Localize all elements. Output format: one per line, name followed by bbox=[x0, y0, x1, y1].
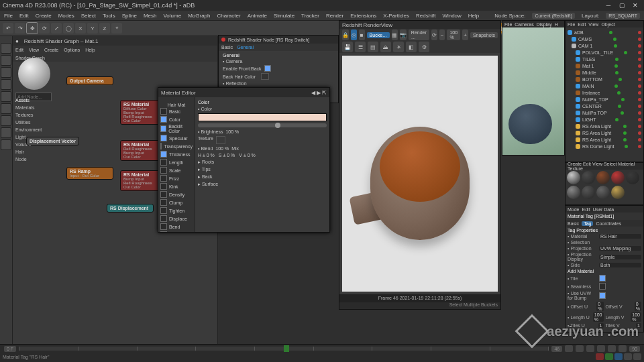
rv-ipr-icon[interactable]: ◎ bbox=[351, 29, 357, 40]
inspector-reflection-heading[interactable]: • Reflection bbox=[223, 81, 334, 86]
texture-slot[interactable] bbox=[216, 136, 225, 144]
maximize-icon[interactable]: ▢ bbox=[616, 1, 628, 9]
mat-channel-basic[interactable]: Basic bbox=[158, 107, 195, 115]
render-dot[interactable] bbox=[638, 138, 641, 141]
tl-next-icon[interactable] bbox=[597, 345, 605, 352]
render-dot[interactable] bbox=[638, 125, 641, 128]
vis-dot[interactable] bbox=[623, 138, 627, 141]
mat-channel-clump[interactable]: Clump bbox=[158, 198, 195, 206]
enable-frontback-checkbox[interactable] bbox=[264, 65, 271, 72]
menu-file[interactable]: File bbox=[4, 13, 13, 19]
vis-dot[interactable] bbox=[619, 78, 622, 81]
material-preview-sphere[interactable] bbox=[18, 58, 50, 90]
group-back[interactable]: ▸ Back bbox=[198, 174, 327, 180]
back-hair-color-swatch[interactable] bbox=[261, 73, 269, 80]
vis-dot[interactable] bbox=[615, 118, 619, 121]
obj-cam-1[interactable]: CAM 1 bbox=[568, 42, 641, 49]
attr-tab-coords[interactable]: Coordinates bbox=[596, 221, 621, 226]
om-object[interactable]: Object bbox=[601, 22, 614, 27]
obj-middle[interactable]: Middle bbox=[568, 69, 641, 76]
rv-histogram-icon[interactable]: ⛰ bbox=[380, 42, 391, 52]
checkbox-icon[interactable] bbox=[160, 116, 167, 123]
point-mode-icon[interactable] bbox=[1, 67, 11, 78]
menu-render[interactable]: Render bbox=[326, 13, 343, 19]
am-userdata[interactable]: User Data bbox=[593, 207, 614, 212]
checkbox-icon[interactable] bbox=[160, 125, 166, 132]
magnet-icon[interactable] bbox=[1, 139, 11, 150]
menu-tracker[interactable]: Tracker bbox=[301, 13, 319, 19]
menu-spline[interactable]: Spline bbox=[122, 13, 137, 19]
tl-end[interactable]: 90 bbox=[629, 346, 640, 352]
tl-play-icon[interactable] bbox=[586, 345, 594, 352]
tl-start[interactable]: 0 F bbox=[4, 346, 16, 352]
om-view[interactable]: View bbox=[588, 22, 598, 27]
sg-menu-help[interactable]: Help bbox=[85, 48, 95, 52]
vp-menu-file[interactable]: File bbox=[504, 22, 512, 27]
offu-v[interactable]: 0 % bbox=[596, 302, 603, 311]
render-dot[interactable] bbox=[638, 111, 641, 115]
material-ball-2[interactable] bbox=[596, 171, 610, 184]
redo-icon[interactable]: ↷ bbox=[15, 23, 25, 34]
menu-extensions[interactable]: Extensions bbox=[350, 13, 376, 19]
node-output-camera[interactable]: Output Camera bbox=[66, 76, 113, 85]
vis-dot[interactable] bbox=[615, 58, 619, 61]
group-roots[interactable]: ▸ Roots bbox=[198, 160, 327, 165]
obj-bottom[interactable]: BOTTOM bbox=[568, 76, 641, 82]
main-menu[interactable]: File Edit Create Modes Select Tools Spli… bbox=[0, 11, 644, 20]
menu-create[interactable]: Create bbox=[36, 13, 52, 19]
vis-dot[interactable] bbox=[615, 71, 619, 74]
minimize-icon[interactable]: ─ bbox=[602, 1, 614, 9]
checkbox-icon[interactable] bbox=[160, 159, 167, 166]
asset-textures[interactable]: Textures bbox=[13, 111, 50, 119]
vis-dot[interactable] bbox=[625, 145, 628, 148]
attr-projdisp-value[interactable]: Simple bbox=[599, 255, 641, 259]
axis-y-icon[interactable]: Y bbox=[87, 23, 98, 34]
om-edit[interactable]: Edit bbox=[578, 22, 586, 27]
record-pos-icon[interactable] bbox=[596, 353, 604, 360]
layout-value[interactable]: RS_SQUART bbox=[606, 13, 640, 19]
attr-side-value[interactable]: Both bbox=[599, 263, 641, 267]
attr-tab-tag[interactable]: Tag bbox=[582, 221, 593, 226]
attr-material-value[interactable]: RS Hair bbox=[599, 234, 641, 239]
mat-channel-kink[interactable]: Kink bbox=[158, 182, 195, 190]
material-ball-7[interactable] bbox=[596, 186, 610, 199]
checkbox-icon[interactable] bbox=[160, 151, 167, 158]
render-dot[interactable] bbox=[638, 51, 641, 54]
group-surface[interactable]: ▸ Surface bbox=[198, 182, 327, 187]
obj-center[interactable]: CENTER bbox=[568, 103, 641, 109]
menu-window[interactable]: Window bbox=[442, 13, 461, 19]
menu-mesh[interactable]: Mesh bbox=[144, 13, 157, 19]
rv-mode-select[interactable]: Render … bbox=[409, 29, 429, 40]
rv-snapshots[interactable]: Snapshots bbox=[470, 32, 498, 38]
obj-instance[interactable]: Instance bbox=[568, 89, 641, 96]
obj-rs-dome-light[interactable]: RS Dome Light bbox=[568, 143, 641, 149]
obj-rs-area-light[interactable]: RS Area Light bbox=[568, 129, 641, 136]
autokey-icon[interactable] bbox=[624, 353, 632, 360]
var-h[interactable]: H ± 0 % bbox=[198, 153, 215, 158]
checkbox-icon[interactable] bbox=[160, 191, 167, 198]
asset-node[interactable]: Node bbox=[13, 156, 50, 163]
render-dot[interactable] bbox=[638, 44, 641, 48]
asset-hair[interactable]: Hair bbox=[13, 148, 50, 156]
record-rot-icon[interactable] bbox=[614, 353, 623, 360]
rv-bucket-select[interactable]: Bucke… bbox=[367, 32, 390, 38]
menu-animate[interactable]: Animate bbox=[248, 13, 267, 19]
obj-light[interactable]: LIGHT bbox=[568, 116, 641, 123]
rv-snapshot-icon[interactable]: 📷 bbox=[400, 29, 407, 40]
attr-projection-value[interactable]: UVW Mapping bbox=[599, 246, 641, 251]
attr-tab-basic[interactable]: Basic bbox=[568, 221, 579, 226]
checkbox-icon[interactable] bbox=[160, 183, 167, 190]
attr-uvw-check[interactable] bbox=[599, 292, 606, 299]
mat-channel-bend[interactable]: Bend bbox=[158, 223, 195, 231]
snap-icon[interactable] bbox=[1, 115, 11, 126]
mat-channel-tighten[interactable]: Tighten bbox=[158, 206, 195, 215]
brightness-value[interactable]: 100 % bbox=[225, 129, 239, 134]
rv-lut-icon[interactable]: ◧ bbox=[406, 42, 417, 52]
checkbox-icon[interactable] bbox=[160, 175, 167, 182]
tl-prev-icon[interactable] bbox=[576, 345, 584, 352]
object-tree[interactable]: aDBCAMSCAM 1POLVOL_TILETILESMat 1MiddleB… bbox=[566, 27, 643, 151]
menu-xparticles[interactable]: X-Particles bbox=[383, 13, 409, 19]
render-dot[interactable] bbox=[638, 78, 641, 81]
attr-seamless-check[interactable] bbox=[599, 283, 606, 290]
material-ball-0[interactable] bbox=[567, 171, 580, 184]
